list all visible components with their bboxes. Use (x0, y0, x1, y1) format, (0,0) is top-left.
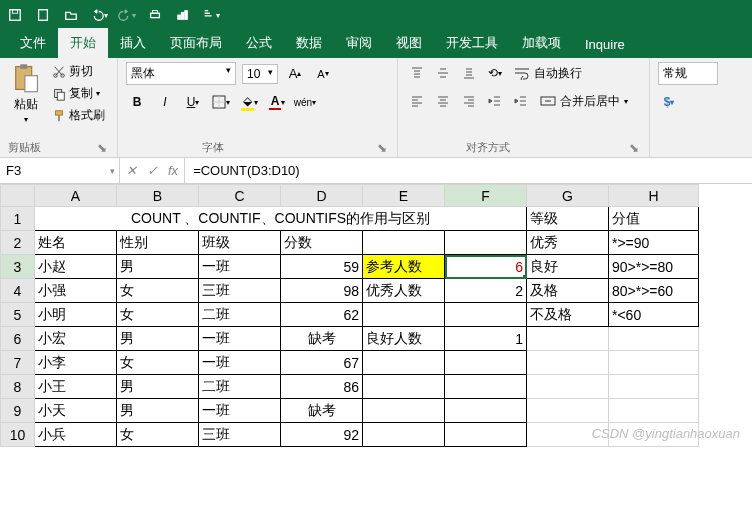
cell-D2[interactable]: 分数 (281, 231, 363, 255)
cell-A10[interactable]: 小兵 (35, 423, 117, 447)
cell-E3[interactable]: 参考人数 (363, 255, 445, 279)
cell-G8[interactable] (527, 375, 609, 399)
font-launcher-icon[interactable]: ⬊ (377, 141, 389, 153)
rowhead-2[interactable]: 2 (1, 231, 35, 255)
paste-button[interactable]: 粘贴 ▾ (8, 62, 44, 124)
cell-F3[interactable]: 6 (445, 255, 527, 279)
select-all-corner[interactable] (1, 185, 35, 207)
align-launcher-icon[interactable]: ⬊ (629, 141, 641, 153)
colhead-A[interactable]: A (35, 185, 117, 207)
tab-view[interactable]: 视图 (384, 28, 434, 58)
merge-center-button[interactable]: 合并后居中▾ (536, 91, 632, 112)
cell-D5[interactable]: 62 (281, 303, 363, 327)
cell-G6[interactable] (527, 327, 609, 351)
underline-button[interactable]: U▾ (182, 91, 204, 113)
cell-E5[interactable] (363, 303, 445, 327)
phonetic-button[interactable]: wén▾ (294, 91, 316, 113)
cell-D7[interactable]: 67 (281, 351, 363, 375)
colhead-G[interactable]: G (527, 185, 609, 207)
cell-F6[interactable]: 1 (445, 327, 527, 351)
fill-color-button[interactable]: ⬙▾ (238, 91, 260, 113)
cell-D3[interactable]: 59 (281, 255, 363, 279)
tab-review[interactable]: 审阅 (334, 28, 384, 58)
save-icon[interactable] (6, 6, 24, 24)
tab-formulas[interactable]: 公式 (234, 28, 284, 58)
wrap-text-button[interactable]: 自动换行 (510, 63, 586, 84)
new-icon[interactable] (34, 6, 52, 24)
cell-E4[interactable]: 优秀人数 (363, 279, 445, 303)
cell-F9[interactable] (445, 399, 527, 423)
increase-font-icon[interactable]: A▴ (284, 63, 306, 85)
cell-E9[interactable] (363, 399, 445, 423)
cut-button[interactable]: 剪切 (50, 62, 107, 81)
format-painter-button[interactable]: 格式刷 (50, 106, 107, 125)
tab-file[interactable]: 文件 (8, 28, 58, 58)
clipboard-launcher-icon[interactable]: ⬊ (97, 141, 109, 153)
cell-A3[interactable]: 小赵 (35, 255, 117, 279)
cell-A8[interactable]: 小王 (35, 375, 117, 399)
cell-A6[interactable]: 小宏 (35, 327, 117, 351)
cell-B6[interactable]: 男 (117, 327, 199, 351)
undo-icon[interactable]: ▾ (90, 6, 108, 24)
cell-H2[interactable]: *>=90 (609, 231, 699, 255)
cell-H1[interactable]: 分值 (609, 207, 699, 231)
number-format-select[interactable]: 常规 (658, 62, 718, 85)
cell-B5[interactable]: 女 (117, 303, 199, 327)
tab-layout[interactable]: 页面布局 (158, 28, 234, 58)
cell-B4[interactable]: 女 (117, 279, 199, 303)
formula-input[interactable] (193, 163, 744, 178)
cell-H8[interactable] (609, 375, 699, 399)
cell-A4[interactable]: 小强 (35, 279, 117, 303)
cell-C6[interactable]: 一班 (199, 327, 281, 351)
cell-H7[interactable] (609, 351, 699, 375)
cell-G2[interactable]: 优秀 (527, 231, 609, 255)
colhead-F[interactable]: F (445, 185, 527, 207)
cell-G3[interactable]: 良好 (527, 255, 609, 279)
rowhead-5[interactable]: 5 (1, 303, 35, 327)
align-top-icon[interactable] (406, 62, 428, 84)
cell-D8[interactable]: 86 (281, 375, 363, 399)
cell-H4[interactable]: 80>*>=60 (609, 279, 699, 303)
cell-G4[interactable]: 及格 (527, 279, 609, 303)
copy-button[interactable]: 复制▾ (50, 84, 107, 103)
orientation-icon[interactable]: ⟲▾ (484, 62, 506, 84)
cell-F7[interactable] (445, 351, 527, 375)
cell-E2[interactable] (363, 231, 445, 255)
cell-H10[interactable] (609, 423, 699, 447)
decrease-font-icon[interactable]: A▾ (312, 63, 334, 85)
cell-G9[interactable] (527, 399, 609, 423)
font-size-select[interactable]: 10 ▾ (242, 64, 278, 84)
bold-button[interactable]: B (126, 91, 148, 113)
fx-icon[interactable]: fx (168, 163, 178, 178)
rowhead-3[interactable]: 3 (1, 255, 35, 279)
italic-button[interactable]: I (154, 91, 176, 113)
align-left-icon[interactable] (406, 90, 428, 112)
tab-addins[interactable]: 加载项 (510, 28, 573, 58)
rowhead-1[interactable]: 1 (1, 207, 35, 231)
cell-F8[interactable] (445, 375, 527, 399)
cell-G10[interactable] (527, 423, 609, 447)
cell-C7[interactable]: 一班 (199, 351, 281, 375)
cell-E8[interactable] (363, 375, 445, 399)
align-bottom-icon[interactable] (458, 62, 480, 84)
name-box[interactable]: ▾ (0, 158, 120, 183)
rowhead-10[interactable]: 10 (1, 423, 35, 447)
font-name-select[interactable]: 黑体 ▾ (126, 62, 236, 85)
cell-B9[interactable]: 男 (117, 399, 199, 423)
cell-F5[interactable] (445, 303, 527, 327)
tab-home[interactable]: 开始 (58, 28, 108, 58)
align-center-icon[interactable] (432, 90, 454, 112)
cell-C9[interactable]: 一班 (199, 399, 281, 423)
cell-A5[interactable]: 小明 (35, 303, 117, 327)
cell-C2[interactable]: 班级 (199, 231, 281, 255)
currency-icon[interactable]: $▾ (658, 91, 680, 113)
borders-button[interactable]: ▾ (210, 91, 232, 113)
cell-F4[interactable]: 2 (445, 279, 527, 303)
rowhead-4[interactable]: 4 (1, 279, 35, 303)
cell-E7[interactable] (363, 351, 445, 375)
cell-G7[interactable] (527, 351, 609, 375)
cell-F2[interactable] (445, 231, 527, 255)
align-middle-icon[interactable] (432, 62, 454, 84)
chart-icon[interactable] (174, 6, 192, 24)
print-icon[interactable] (146, 6, 164, 24)
